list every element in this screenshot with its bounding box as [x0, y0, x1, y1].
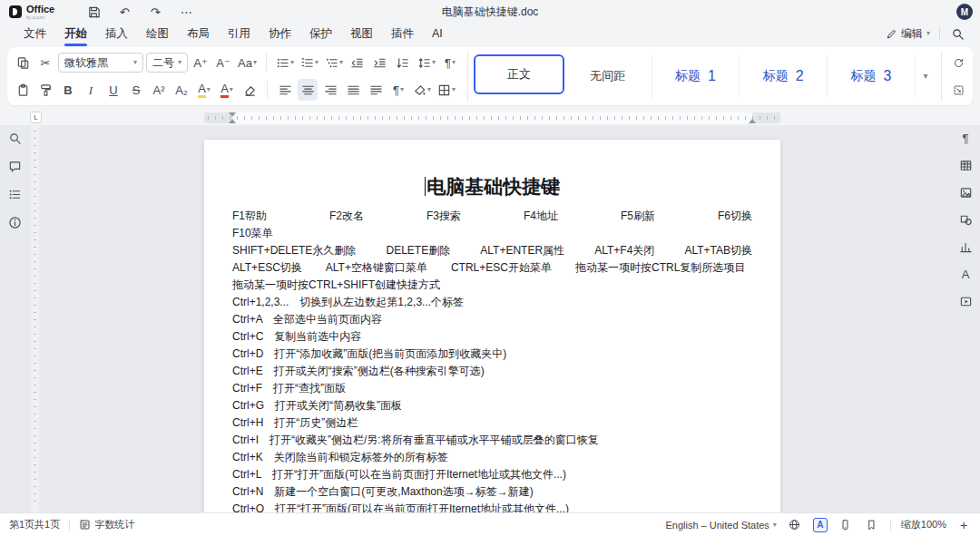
search-button[interactable]	[949, 25, 965, 42]
increase-indent-button[interactable]	[370, 52, 390, 73]
distribute-button[interactable]	[366, 79, 386, 101]
increase-font-button[interactable]: A⁺	[191, 52, 211, 73]
bold-button[interactable]: B	[58, 79, 78, 101]
style-item-正文[interactable]: 正文	[474, 54, 564, 94]
style-item-label: 标题	[851, 68, 877, 84]
menu-item-插件[interactable]: 插件	[382, 23, 423, 45]
increase-font-icon: A⁺	[193, 57, 208, 69]
decrease-font-button[interactable]: A⁻	[213, 52, 233, 73]
mobile-view-button[interactable]	[838, 517, 854, 533]
highlight-color-button[interactable]: A▾	[194, 79, 214, 101]
menu-item-AI[interactable]: AI	[423, 24, 452, 44]
spellcheck-toggle[interactable]: A	[813, 518, 828, 532]
tab-stop-selector[interactable]: L	[30, 112, 42, 123]
change-case-button[interactable]: Aa▾	[236, 52, 259, 73]
doc-line: Ctrl+1,2,3... 切换到从左边数起第1,2,3...个标签	[232, 294, 752, 311]
font-size-select[interactable]: 二号 ▾	[146, 53, 188, 73]
insert-image-button[interactable]	[957, 184, 974, 200]
more-actions-button[interactable]: ⋯	[178, 4, 194, 20]
align-left-button[interactable]	[275, 79, 295, 101]
format-painter-button[interactable]	[35, 79, 55, 101]
insert-media-button[interactable]	[957, 293, 974, 309]
comments-button[interactable]	[6, 158, 23, 174]
table-icon	[959, 159, 973, 172]
edit-mode-button[interactable]: 编辑 ▾	[886, 26, 930, 42]
menu-item-保护[interactable]: 保护	[300, 23, 341, 45]
strikethrough-button[interactable]: S	[126, 79, 146, 101]
user-avatar[interactable]: M	[956, 4, 973, 20]
bookmark-button[interactable]	[864, 517, 880, 533]
doc-text-segment: Ctrl+H 打开“历史”侧边栏	[232, 416, 358, 429]
font-name-select[interactable]: 微软雅黑 ▾	[58, 53, 143, 73]
find-button[interactable]	[6, 130, 23, 146]
menu-item-开始[interactable]: 开始	[55, 23, 96, 45]
outline-button[interactable]	[6, 186, 23, 202]
sort-button[interactable]	[393, 52, 413, 73]
style-item-标题-2[interactable]: 标题2	[740, 54, 828, 98]
menu-item-视图[interactable]: 视图	[341, 23, 382, 45]
horizontal-ruler	[204, 112, 780, 123]
insert-shape-button[interactable]	[957, 211, 974, 228]
translate-button[interactable]	[787, 517, 803, 533]
align-right-button[interactable]	[320, 79, 340, 101]
borders-button[interactable]: ▾	[436, 79, 457, 101]
undo-button[interactable]: ↶	[116, 4, 132, 20]
line-spacing-button[interactable]: ▾	[416, 52, 437, 73]
zoom-level[interactable]: 缩放100%	[901, 518, 946, 531]
info-button[interactable]	[6, 214, 23, 230]
formatting-marks-button[interactable]: ¶	[957, 130, 974, 146]
save-button[interactable]	[85, 4, 102, 20]
style-item-标题-1[interactable]: 标题1	[652, 54, 740, 98]
clear-formatting-button[interactable]	[240, 79, 260, 101]
strikethrough-icon: S	[132, 84, 141, 96]
align-center-button[interactable]	[298, 79, 318, 101]
style-item-标题-3[interactable]: 标题3	[828, 54, 916, 98]
decrease-indent-icon	[350, 56, 364, 70]
comment-icon	[8, 160, 22, 173]
menu-item-插入[interactable]: 插入	[96, 23, 137, 45]
menu-item-协作[interactable]: 协作	[260, 23, 300, 45]
word-count-button[interactable]: 字数统计	[79, 518, 134, 531]
redo-button[interactable]: ↷	[147, 4, 163, 20]
underline-button[interactable]: U	[103, 79, 123, 101]
page-indicator[interactable]: 第1页共1页	[9, 518, 60, 531]
italic-button[interactable]: I	[81, 79, 101, 101]
menu-item-绘图[interactable]: 绘图	[137, 23, 178, 45]
document-page[interactable]: 电脑基础快捷键 F1帮助F2改名F3搜索F4地址F5刷新F6切换F10菜单SHI…	[204, 140, 780, 512]
align-right-icon	[324, 83, 338, 97]
doc-line: Ctrl+O 打开“打开”面版(可以在当前页面打开Iternet地址或其他文件.…	[232, 501, 752, 512]
style-gallery-more-button[interactable]: ▾	[916, 54, 936, 98]
insert-table-button[interactable]	[957, 157, 974, 173]
text-direction-button[interactable]: ¶ ▾	[388, 79, 408, 101]
styles-refresh-button[interactable]	[949, 54, 967, 72]
style-item-无间距[interactable]: 无间距	[564, 54, 652, 98]
font-color-button[interactable]: A▾	[217, 79, 237, 101]
superscript-button[interactable]: A²	[149, 79, 169, 101]
insert-chart-button[interactable]	[957, 239, 974, 255]
zoom-in-button[interactable]: +	[956, 518, 971, 532]
style-gallery-items: 正文无间距标题1标题2标题3	[474, 54, 916, 98]
bullet-list-button[interactable]: ▾	[274, 52, 296, 73]
justify-button[interactable]	[343, 79, 363, 101]
paragraph-settings-button[interactable]: ¶ ▾	[440, 52, 460, 73]
insert-wordart-button[interactable]: A	[957, 266, 974, 282]
menu-item-文件[interactable]: 文件	[15, 23, 55, 45]
clipboard-button[interactable]	[13, 79, 33, 101]
language-selector[interactable]: English – United States ▾	[665, 520, 776, 531]
numbered-list-button[interactable]: ▾	[299, 52, 320, 73]
style-inspector-button[interactable]	[949, 81, 967, 99]
justify-icon	[347, 83, 360, 97]
doc-text-segment: Ctrl+D 打开“添加收藏”面版(把当前页面添加到收藏夹中)	[232, 347, 506, 360]
decrease-indent-button[interactable]	[348, 52, 368, 73]
menu-item-引用[interactable]: 引用	[219, 23, 260, 45]
cut-button[interactable]: ✂	[35, 52, 55, 73]
paste-button[interactable]	[13, 52, 33, 73]
highlight-color-icon: A	[198, 83, 206, 98]
shading-button[interactable]: ▾	[411, 79, 433, 101]
style-item-number: 1	[708, 68, 716, 84]
multilevel-list-button[interactable]: ▾	[323, 52, 345, 73]
subscript-button[interactable]: A₂	[172, 79, 191, 101]
menu-item-布局[interactable]: 布局	[178, 23, 219, 45]
doc-text-segment: ALT+ENTER属性	[480, 242, 564, 259]
bold-icon: B	[64, 84, 72, 96]
